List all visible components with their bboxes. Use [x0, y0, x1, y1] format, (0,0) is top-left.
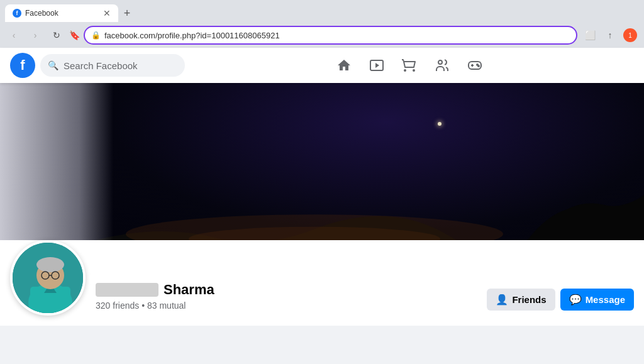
brave-shield-icon[interactable]: 1 — [621, 26, 639, 44]
share-icon[interactable]: ↑ — [601, 26, 619, 44]
nav-home-icon[interactable] — [329, 50, 359, 80]
address-bar[interactable]: 🔒 — [84, 26, 577, 45]
nav-gaming-icon[interactable] — [460, 50, 490, 80]
svg-point-2 — [438, 60, 442, 64]
search-bar[interactable]: 🔍 Search Facebook — [40, 54, 185, 77]
nav-video-icon[interactable] — [362, 50, 392, 80]
profile-avatar[interactable] — [10, 240, 86, 316]
facebook-logo[interactable]: f — [10, 53, 35, 78]
friends-button-icon: 👤 — [496, 294, 508, 306]
nav-friends-icon[interactable] — [427, 50, 457, 80]
profile-avatar-row: Sharma 320 friends • 83 mutual 👤 Friends… — [10, 240, 634, 316]
facebook-navbar: f 🔍 Search Facebook — [0, 48, 644, 83]
lock-icon: 🔒 — [91, 31, 101, 40]
avatar-image — [13, 243, 83, 313]
bookmark-icon[interactable]: 🔖 — [69, 30, 80, 40]
profile-actions: 👤 Friends 💬 Message — [487, 289, 634, 316]
browser-chrome: f Facebook ✕ + ‹ › ↻ 🔖 🔒 ⬜ ↑ 1 — [0, 0, 644, 48]
tab-favicon: f — [13, 9, 21, 18]
back-button[interactable]: ‹ — [5, 26, 23, 44]
search-icon: 🔍 — [48, 60, 58, 70]
svg-point-13 — [36, 257, 64, 272]
svg-point-5 — [478, 65, 479, 67]
nav-center-icons — [329, 50, 490, 80]
profile-last-name: Sharma — [164, 282, 214, 298]
search-placeholder-text: Search Facebook — [64, 60, 138, 71]
profile-name-row: Sharma — [96, 282, 477, 298]
forward-button[interactable]: › — [26, 26, 44, 44]
profile-info-section: Sharma 320 friends • 83 mutual 👤 Friends… — [0, 240, 644, 326]
message-button-icon: 💬 — [569, 294, 582, 306]
browser-right-icons: ⬜ ↑ 1 — [581, 26, 639, 44]
brave-shield-badge: 1 — [623, 28, 637, 42]
active-tab[interactable]: f Facebook ✕ — [5, 4, 118, 22]
tab-bar: f Facebook ✕ + — [0, 0, 644, 23]
profile-friends-count: 320 friends • 83 mutual — [96, 301, 477, 311]
url-input[interactable] — [104, 31, 570, 40]
new-tab-button[interactable]: + — [118, 4, 136, 22]
tab-close-button[interactable]: ✕ — [103, 9, 111, 18]
profile-info: Sharma 320 friends • 83 mutual — [96, 282, 477, 316]
svg-marker-1 — [375, 63, 379, 68]
message-button[interactable]: 💬 Message — [560, 289, 634, 311]
refresh-button[interactable]: ↻ — [48, 26, 65, 44]
nav-marketplace-icon[interactable] — [394, 50, 425, 80]
tab-title: Facebook — [25, 9, 58, 18]
cast-icon[interactable]: ⬜ — [581, 26, 599, 44]
friends-button[interactable]: 👤 Friends — [487, 289, 555, 311]
profile-first-name-blurred — [96, 283, 158, 297]
profile-page: Sharma 320 friends • 83 mutual 👤 Friends… — [0, 83, 644, 364]
address-bar-row: ‹ › ↻ 🔖 🔒 ⬜ ↑ 1 — [0, 23, 644, 48]
